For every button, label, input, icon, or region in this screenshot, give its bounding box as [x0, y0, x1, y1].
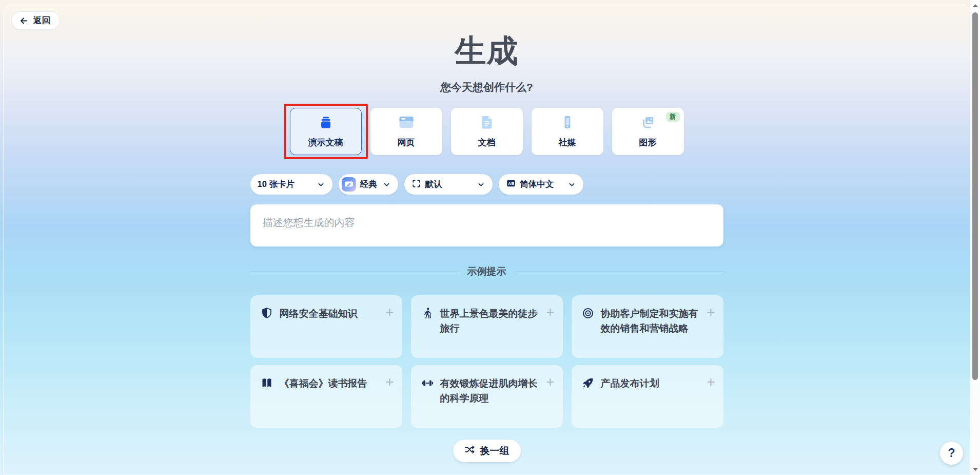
plus-icon[interactable]: +: [546, 306, 554, 318]
main-panel: 返回 生成 您今天想创作什么? 演示文稿 网页: [3, 4, 970, 475]
format-dropdown[interactable]: 默认: [404, 174, 493, 195]
type-option-label: 图形: [639, 137, 657, 148]
chevron-down-icon: [382, 180, 391, 189]
example-card-text: 产品发布计划: [601, 376, 700, 391]
svg-text:A: A: [508, 181, 511, 186]
back-button[interactable]: 返回: [11, 11, 60, 30]
format-value: 默认: [425, 179, 442, 190]
prompt-input[interactable]: [250, 204, 723, 246]
type-option-document[interactable]: 文档: [451, 108, 523, 155]
example-card-text: 世界上景色最美的徒步旅行: [440, 306, 540, 336]
plus-icon[interactable]: +: [385, 306, 394, 318]
back-arrow-icon: [19, 16, 29, 26]
chevron-down-icon: [477, 180, 485, 189]
plus-icon[interactable]: +: [385, 376, 394, 388]
aspect-ratio-icon: [411, 179, 421, 191]
help-button[interactable]: ?: [940, 442, 963, 465]
plus-icon[interactable]: +: [546, 376, 554, 388]
example-card-text: 有效锻炼促进肌肉增长的科学原理: [440, 376, 540, 406]
type-option-label: 演示文稿: [308, 137, 343, 148]
type-option-presentation[interactable]: 演示文稿: [290, 108, 362, 155]
card-count-value: 10 张卡片: [258, 179, 295, 190]
example-prompts-heading: 示例提示: [467, 265, 506, 278]
chevron-down-icon: [567, 180, 576, 189]
language-value: 简体中文: [520, 179, 554, 190]
example-card-text: 协助客户制定和实施有效的销售和营销战略: [601, 306, 700, 336]
type-option-label: 社媒: [559, 137, 576, 148]
generation-settings-bar: 10 张卡片 经典 默认: [250, 174, 723, 195]
scrollbar-down-arrow[interactable]: [973, 468, 978, 471]
page-title: 生成: [250, 4, 723, 72]
example-prompts-divider: 示例提示: [250, 265, 723, 278]
divider-line: [250, 272, 458, 272]
theme-dropdown[interactable]: 经典: [339, 174, 398, 195]
rocket-icon: [582, 377, 594, 389]
example-prompts-grid: 网络安全基础知识 + 世界上景色最美的徒步旅行 + 协助客户制定和实施有效的销售…: [250, 295, 723, 428]
webpage-icon: [399, 115, 414, 131]
translate-icon: A: [506, 178, 516, 191]
type-option-social[interactable]: 社媒: [532, 108, 603, 155]
new-badge: 新: [666, 112, 680, 122]
type-option-presentation-wrap: 演示文稿: [290, 108, 362, 155]
scrollbar-thumb[interactable]: [972, 12, 978, 380]
language-dropdown[interactable]: A 简体中文: [499, 174, 583, 195]
document-icon: [480, 115, 494, 131]
example-card-book-report[interactable]: 《喜福会》读书报告 +: [250, 365, 402, 428]
book-icon: [261, 377, 273, 389]
image-icon: [641, 115, 655, 131]
example-card-product-launch[interactable]: 产品发布计划 +: [572, 365, 723, 428]
example-card-workout[interactable]: 有效锻炼促进肌肉增长的科学原理 +: [411, 365, 563, 428]
example-card-cybersecurity[interactable]: 网络安全基础知识 +: [250, 295, 402, 358]
shuffle-button[interactable]: 换一组: [453, 440, 521, 462]
shuffle-button-label: 换一组: [480, 444, 509, 458]
target-icon: [582, 307, 594, 319]
example-card-hiking[interactable]: 世界上景色最美的徒步旅行 +: [411, 295, 563, 358]
type-option-graphic[interactable]: 新 图形: [612, 108, 684, 155]
content-type-selector: 演示文稿 网页 文档 社媒: [250, 108, 723, 155]
type-option-label: 网页: [398, 137, 415, 148]
example-card-text: 《喜福会》读书报告: [280, 376, 379, 391]
type-option-label: 文档: [478, 137, 496, 148]
scrollbar-up-arrow[interactable]: [973, 4, 978, 7]
dumbbell-icon: [421, 377, 434, 389]
presentation-deck-icon: [319, 115, 333, 131]
back-button-label: 返回: [33, 15, 50, 26]
scrollbar-track: [970, 0, 980, 475]
shuffle-icon: [464, 444, 475, 458]
smartphone-icon: [561, 115, 574, 131]
theme-thumbnail: [342, 177, 356, 192]
type-option-webpage[interactable]: 网页: [370, 108, 442, 155]
divider-line: [516, 272, 723, 272]
example-card-sales-strategy[interactable]: 协助客户制定和实施有效的销售和营销战略 +: [572, 295, 723, 358]
chevron-down-icon: [317, 180, 325, 189]
plus-icon[interactable]: +: [707, 306, 715, 318]
page-subtitle: 您今天想创作什么?: [250, 80, 723, 94]
plus-icon[interactable]: +: [707, 376, 715, 388]
hiker-icon: [421, 307, 434, 319]
shield-icon: [261, 307, 273, 319]
theme-value: 经典: [360, 179, 377, 190]
card-count-dropdown[interactable]: 10 张卡片: [250, 174, 332, 195]
example-card-text: 网络安全基础知识: [280, 306, 379, 321]
